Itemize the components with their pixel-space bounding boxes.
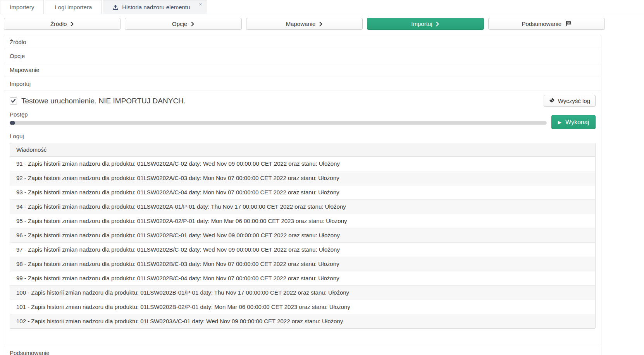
section-importuj: Importuj Testowe uruchomienie. NIE IMPOR… bbox=[4, 77, 601, 346]
log-table-header: Wiadomość bbox=[10, 143, 595, 157]
execute-button[interactable]: ▶ Wykonaj bbox=[551, 115, 596, 129]
step-label: Mapowanie bbox=[286, 21, 316, 27]
step-podsumowanie-button[interactable]: Podsumowanie bbox=[488, 18, 605, 30]
import-panel: Testowe uruchomienie. NIE IMPORTUJ DANYC… bbox=[4, 91, 601, 346]
log-label: Loguj bbox=[10, 132, 596, 140]
table-row[interactable]: 92 - Zapis historii zmian nadzoru dla pr… bbox=[10, 171, 595, 185]
upload-icon bbox=[112, 4, 119, 10]
section-header-zrodlo[interactable]: Źródło bbox=[4, 35, 601, 49]
log-table: Wiadomość 91 - Zapis historii zmian nadz… bbox=[10, 143, 596, 329]
test-run-checkbox[interactable] bbox=[10, 97, 17, 105]
step-label: Podsumowanie bbox=[522, 21, 562, 27]
section-header-podsumowanie[interactable]: Podsumowanie bbox=[4, 346, 601, 355]
table-row[interactable]: 94 - Zapis historii zmian nadzoru dla pr… bbox=[10, 200, 595, 214]
section-header-importuj[interactable]: Importuj bbox=[4, 77, 601, 91]
section-header-opcje[interactable]: Opcje bbox=[4, 49, 601, 63]
table-row[interactable]: 95 - Zapis historii zmian nadzoru dla pr… bbox=[10, 214, 595, 228]
step-label: Opcje bbox=[172, 21, 187, 27]
section-opcje: Opcje bbox=[4, 49, 601, 63]
wizard-steps: Źródło Opcje Mapowanie Importuj Podsumow… bbox=[4, 18, 605, 30]
accordion-panel: Źródło Opcje Mapowanie Importuj Testowe … bbox=[4, 35, 601, 355]
section-mapowanie: Mapowanie bbox=[4, 63, 601, 77]
section-label: Podsumowanie bbox=[10, 350, 50, 355]
step-mapowanie-button[interactable]: Mapowanie bbox=[246, 18, 363, 30]
clear-log-label: Wyczyść log bbox=[558, 98, 590, 104]
table-row[interactable]: 91 - Zapis historii zmian nadzoru dla pr… bbox=[10, 157, 595, 171]
step-zrodlo-button[interactable]: Źródło bbox=[4, 18, 121, 30]
progress-label: Postęp bbox=[10, 111, 596, 118]
play-icon: ▶ bbox=[558, 120, 561, 125]
tab-label: Logi importera bbox=[55, 4, 92, 10]
log-table-body: 91 - Zapis historii zmian nadzoru dla pr… bbox=[10, 157, 595, 328]
clear-log-button[interactable]: Wyczyść log bbox=[544, 95, 596, 107]
section-label: Źródło bbox=[10, 39, 26, 45]
section-label: Opcje bbox=[10, 53, 25, 59]
table-row[interactable]: 100 - Zapis historii zmian nadzoru dla p… bbox=[10, 286, 595, 300]
progress-fill bbox=[10, 121, 15, 125]
flag-checkered-icon bbox=[565, 21, 571, 27]
tab-bar: Importery Logi importera Historia nadzor… bbox=[0, 0, 644, 14]
section-label: Importuj bbox=[10, 81, 31, 87]
chevron-right-icon bbox=[191, 22, 195, 26]
table-row[interactable]: 101 - Zapis historii zmian nadzoru dla p… bbox=[10, 300, 595, 314]
table-row[interactable]: 99 - Zapis historii zmian nadzoru dla pr… bbox=[10, 271, 595, 286]
tab-historia-nadzoru-elementu[interactable]: Historia nadzoru elementu × bbox=[103, 0, 207, 14]
chevron-right-icon bbox=[71, 22, 74, 26]
close-icon[interactable]: × bbox=[199, 2, 202, 7]
step-label: Źródło bbox=[50, 21, 67, 27]
section-label: Mapowanie bbox=[10, 67, 40, 73]
table-row[interactable]: 96 - Zapis historii zmian nadzoru dla pr… bbox=[10, 228, 595, 243]
chevron-right-icon bbox=[436, 22, 439, 26]
chevron-right-icon bbox=[319, 22, 323, 26]
tab-logi-importera[interactable]: Logi importera bbox=[45, 0, 102, 14]
section-podsumowanie: Podsumowanie bbox=[4, 346, 601, 355]
tab-label: Historia nadzoru elementu bbox=[122, 4, 190, 10]
table-row[interactable]: 98 - Zapis historii zmian nadzoru dla pr… bbox=[10, 257, 595, 271]
section-zrodlo: Źródło bbox=[4, 35, 601, 49]
eraser-icon bbox=[549, 98, 555, 104]
tab-importery[interactable]: Importery bbox=[0, 0, 44, 14]
table-row[interactable]: 102 - Zapis historii zmian nadzoru dla p… bbox=[10, 314, 595, 328]
progress-bar bbox=[10, 121, 547, 125]
tab-label: Importery bbox=[10, 4, 34, 10]
step-importuj-button[interactable]: Importuj bbox=[367, 18, 484, 30]
table-row[interactable]: 97 - Zapis historii zmian nadzoru dla pr… bbox=[10, 243, 595, 257]
section-header-mapowanie[interactable]: Mapowanie bbox=[4, 63, 601, 77]
step-label: Importuj bbox=[411, 21, 432, 27]
step-opcje-button[interactable]: Opcje bbox=[125, 18, 241, 30]
table-row[interactable]: 93 - Zapis historii zmian nadzoru dla pr… bbox=[10, 185, 595, 200]
test-run-label: Testowe uruchomienie. NIE IMPORTUJ DANYC… bbox=[21, 97, 186, 105]
execute-label: Wykonaj bbox=[565, 119, 589, 126]
